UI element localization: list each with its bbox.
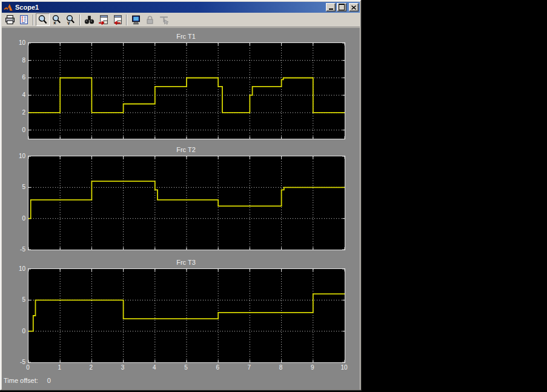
parameters-icon bbox=[19, 15, 29, 25]
plot-title-frc-t2: Frc T2 bbox=[28, 146, 344, 153]
restore-axes-icon bbox=[112, 15, 122, 25]
x-tick-label: 3 bbox=[116, 364, 130, 371]
y-tick-label: 0 bbox=[1, 127, 25, 133]
maximize-button[interactable] bbox=[337, 3, 346, 12]
matlab-logo-icon bbox=[4, 3, 13, 12]
plot-axes-frc-t3[interactable] bbox=[28, 268, 345, 363]
scope-window: Scope1 xy Frc T1 Frc T2 Frc T3 Time offs… bbox=[0, 0, 362, 391]
close-button[interactable] bbox=[349, 3, 359, 12]
zoom-icon bbox=[38, 15, 48, 25]
y-tick-label: 2 bbox=[1, 109, 25, 116]
y-tick-label: 8 bbox=[1, 57, 25, 64]
x-tick-label: 1 bbox=[52, 364, 67, 371]
x-tick-label: 2 bbox=[84, 364, 98, 371]
signal-selection-button bbox=[157, 13, 171, 26]
zoom-y-button[interactable]: y bbox=[64, 13, 78, 26]
minimize-button[interactable] bbox=[326, 3, 336, 12]
status-bar: Time offset:0 bbox=[4, 377, 51, 384]
printer-icon bbox=[5, 15, 15, 25]
y-tick-label: 0 bbox=[1, 215, 25, 222]
x-tick-label: 5 bbox=[179, 364, 193, 371]
time-offset-label: Time offset: bbox=[4, 377, 38, 384]
window-title: Scope1 bbox=[15, 4, 325, 11]
toolbar: xy bbox=[2, 13, 360, 27]
parameters-button[interactable] bbox=[17, 13, 31, 26]
x-tick-label: 9 bbox=[305, 364, 320, 371]
lock-button bbox=[143, 13, 157, 26]
y-tick-label: 6 bbox=[1, 74, 25, 81]
zoom-button[interactable] bbox=[36, 13, 50, 26]
signal-selection-icon bbox=[159, 15, 169, 25]
time-offset-value: 0 bbox=[47, 377, 51, 384]
x-tick-label: 7 bbox=[242, 364, 256, 371]
y-tick-label: 5 bbox=[1, 296, 25, 303]
floating-scope-button[interactable] bbox=[129, 13, 143, 26]
plot-title-frc-t3: Frc T3 bbox=[28, 259, 344, 266]
binoculars-icon bbox=[84, 15, 94, 25]
zoom-y-icon: y bbox=[65, 15, 76, 25]
close-icon bbox=[351, 5, 356, 10]
maximize-icon bbox=[339, 4, 345, 10]
zoom-x-icon: x bbox=[51, 15, 62, 25]
restore-axes-button[interactable] bbox=[110, 13, 124, 26]
titlebar[interactable]: Scope1 bbox=[2, 2, 360, 13]
zoom-x-button[interactable]: x bbox=[50, 13, 64, 26]
signal-trace bbox=[28, 294, 345, 331]
plot-axes-frc-t2[interactable] bbox=[28, 156, 345, 250]
y-tick-label: 5 bbox=[1, 184, 25, 190]
y-tick-label: 10 bbox=[1, 265, 25, 272]
x-tick-label: 8 bbox=[274, 364, 288, 371]
plot-title-frc-t1: Frc T1 bbox=[28, 33, 344, 40]
print-button[interactable] bbox=[3, 13, 17, 26]
y-tick-label: 10 bbox=[1, 39, 25, 46]
toolbar-separator bbox=[126, 15, 127, 25]
save-axes-button[interactable] bbox=[96, 13, 110, 26]
y-tick-label: 0 bbox=[1, 328, 25, 334]
y-tick-label: 10 bbox=[1, 153, 25, 159]
floating-scope-icon bbox=[131, 15, 141, 25]
x-tick-label: 10 bbox=[337, 364, 351, 371]
y-tick-label: 4 bbox=[1, 91, 25, 98]
titlebar-controls bbox=[325, 3, 359, 12]
save-axes-icon bbox=[98, 15, 108, 25]
minimize-icon bbox=[329, 8, 333, 10]
signal-trace bbox=[28, 181, 345, 219]
plot-axes-frc-t1[interactable] bbox=[28, 42, 345, 139]
y-tick-label: -5 bbox=[1, 246, 25, 253]
x-tick-label: 6 bbox=[210, 364, 225, 371]
autoscale-button[interactable] bbox=[82, 13, 96, 26]
x-tick-label: 0 bbox=[21, 364, 35, 371]
lock-icon bbox=[145, 15, 155, 25]
toolbar-separator bbox=[33, 15, 34, 25]
toolbar-separator bbox=[79, 15, 81, 25]
x-tick-label: 4 bbox=[147, 364, 162, 371]
